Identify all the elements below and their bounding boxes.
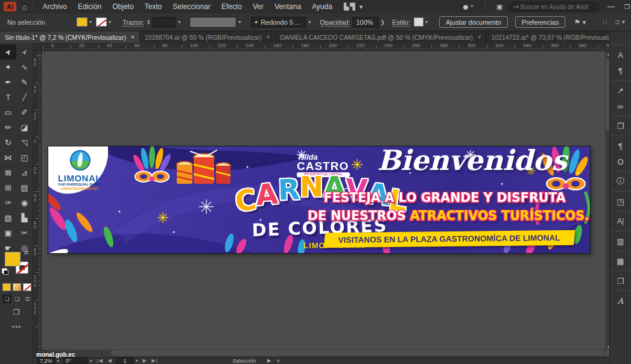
menu-ver[interactable]: Ver [247,2,269,11]
chevron-down-icon[interactable]: ▾ [90,359,92,363]
default-fill-stroke-icon[interactable] [2,268,7,274]
eyedropper-tool[interactable]: ✑ [0,195,16,210]
paintbrush-tool[interactable]: ✐ [16,105,33,120]
mesh-tool[interactable]: ⊞ [0,180,16,195]
menu-archivo[interactable]: Archivo [37,2,72,11]
document-tab[interactable]: 10288704.ai @ 50 % (RGB/Previsualizar)× [140,31,276,43]
fit-document-button[interactable]: Ajustar documento [439,16,508,28]
chevron-down-icon[interactable]: ▾ [109,19,111,25]
tab-close-icon[interactable]: × [267,34,270,40]
tab-close-icon[interactable]: × [131,34,135,40]
help-search[interactable]: ⌕▾ [509,2,599,11]
screen-icon[interactable]: ▣ [496,3,503,11]
draw-normal-button[interactable]: ❏ [2,295,11,303]
rotate-tool[interactable]: ↻ [0,135,16,150]
menu-ventana[interactable]: Ventana [269,2,306,11]
style-swatch[interactable] [414,17,423,27]
hscroll-thumb[interactable] [111,350,604,356]
chevron-down-icon[interactable]: ▾ [57,359,60,363]
fill-color-swatch[interactable] [77,17,87,27]
brush-definition[interactable]: ● Redondo 5 ... [251,17,306,28]
curvature-tool[interactable]: ✎ [16,75,33,90]
stroke-icon[interactable]: O [612,154,629,169]
document-tab[interactable]: Sin título-1* @ 7,2 % (CMYK/Previsualiza… [0,31,140,43]
stroke-weight-label[interactable]: Trazos: [122,19,144,26]
stroke-weight-field[interactable] [152,17,176,28]
shape-builder-tool[interactable]: ⊠ [0,165,16,180]
width-tool[interactable]: ⋈ [0,150,16,165]
stroke-color-swatch[interactable] [96,17,107,27]
opacity-label[interactable]: Opacidad: [320,19,350,26]
menu-seleccionar[interactable]: Seleccionar [167,2,216,11]
vertical-scrollbar[interactable]: ▲ ▼ [605,51,609,350]
arrange-documents-icon[interactable]: ▙▜ ▾ [344,3,364,11]
gradient-panel-icon[interactable]: ▥ [612,233,629,249]
gradient-tool[interactable]: ▤ [16,180,33,195]
type-tool[interactable]: T [0,90,16,105]
grid-icon[interactable]: ∷ [603,18,607,26]
dock-icon[interactable]: ⊐ ▾ [614,18,625,26]
status-expand-icon[interactable]: < [277,358,280,364]
opacity-field[interactable] [352,17,379,28]
graph-tool[interactable]: ▙ [16,210,33,225]
paragraph-styles-icon[interactable]: ¶ [612,63,629,78]
menu-objeto[interactable]: Objeto [107,2,139,11]
artboard-banner[interactable]: LIMONAL GAD PARROQUIAL RURAL ADMINISTRAC… [48,146,590,253]
edit-toolbar-icon[interactable]: ••• [0,323,33,331]
eraser-tool[interactable]: ◪ [16,120,33,135]
illustrator-logo[interactable]: Ai [4,2,16,11]
canvas[interactable]: 0204060801001201401601802002202402602803… [33,43,609,364]
links-icon[interactable]: ∞ [612,98,629,114]
export-icon[interactable]: ↗ [612,83,629,98]
last-artboard-icon[interactable]: ▶| [152,358,158,363]
selection-tool[interactable]: ➤ [0,45,16,60]
search-input[interactable] [521,4,588,10]
style-label[interactable]: Estilo: [392,19,410,26]
next-artboard-icon[interactable]: ▶ [142,358,147,363]
first-artboard-icon[interactable]: |◀ [97,358,103,363]
variable-width-profile[interactable] [189,17,236,28]
glyphs-icon[interactable]: A [612,293,629,309]
artboard-tool[interactable]: ▣ [0,225,16,240]
preferences-button[interactable]: Preferencias [515,16,566,28]
magic-wand-tool[interactable]: ✦ [0,60,16,75]
artboard-panel-icon[interactable]: ❐ [612,118,629,134]
restore-icon[interactable]: ❐ [624,4,630,10]
change-screen-mode-icon[interactable]: ❐ [0,308,33,316]
perspective-grid-tool[interactable]: ⊿ [16,165,33,180]
transform-icon[interactable]: ◳ [612,193,629,209]
color-button[interactable] [2,283,11,291]
symbol-sprayer-tool[interactable]: ▧ [0,210,16,225]
stroke-stepper[interactable]: ▲▼ [147,19,150,25]
draw-behind-button[interactable]: ❏ [13,295,22,303]
chevron-down-icon[interactable]: ▾ [425,19,428,25]
type-icon[interactable]: A| [612,213,629,229]
home-icon[interactable]: ⌂ [22,2,27,11]
document-tab[interactable]: DANIELA CAICEDO CAMISETAS.pdf @ 50 % (CM… [276,31,487,43]
lasso-tool[interactable]: ∿ [16,60,33,75]
account-icon[interactable]: ☻⁺ [461,2,474,11]
status-play-icon[interactable]: ▶ [267,358,271,363]
minimize-icon[interactable]: — [607,2,615,11]
artboard-number-field[interactable]: 1 [116,357,134,364]
horizontal-scrollbar[interactable] [42,350,605,356]
rectangle-tool[interactable]: ▭ [0,105,16,120]
slice-tool[interactable]: ✂ [16,225,33,240]
menu-efecto[interactable]: Efecto [216,2,247,11]
artboards-icon[interactable]: ▦ [612,253,629,269]
chevron-down-icon[interactable]: ▾ [178,19,180,25]
direct-selection-tool[interactable]: ➢ [16,45,33,60]
none-button[interactable] [23,283,31,291]
chevron-down-icon[interactable]: ▾ [238,19,241,25]
blend-tool[interactable]: ◉ [16,195,33,210]
ruler-origin[interactable] [33,43,42,51]
scale-tool[interactable]: ◹ [16,135,33,150]
document-info-icon[interactable]: ⓘ [612,174,629,189]
chevron-down-icon[interactable]: ▾ [308,19,311,25]
pathfinder-icon[interactable]: ❒ [612,273,629,289]
shaper-tool[interactable]: ✏ [0,120,16,135]
swap-fill-stroke-icon[interactable]: ⇄ [24,249,29,256]
chevron-down-icon[interactable]: ▾ [89,19,92,25]
line-segment-tool[interactable]: ╱ [16,90,33,105]
fill-indicator[interactable] [5,252,21,266]
